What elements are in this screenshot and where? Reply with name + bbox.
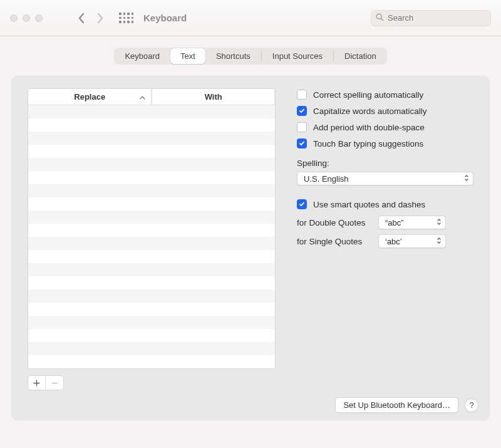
table-row[interactable] <box>28 145 275 158</box>
checkbox[interactable] <box>297 138 307 148</box>
table-row[interactable] <box>28 184 275 197</box>
spelling-value: U.S. English <box>304 174 349 184</box>
tab-keyboard[interactable]: Keyboard <box>115 48 170 64</box>
select-arrow-icon <box>436 218 442 227</box>
spelling-select[interactable]: U.S. English <box>297 172 473 185</box>
table-row[interactable] <box>28 355 275 368</box>
nav-arrows <box>78 13 104 24</box>
toolbar: Keyboard <box>0 0 501 36</box>
column-header-with-label: With <box>205 92 222 102</box>
column-header-with[interactable]: With <box>152 89 276 105</box>
panel-footer: Set Up Bluetooth Keyboard… ? <box>28 391 478 413</box>
tab-bar: Keyboard Text Shortcuts Input Sources Di… <box>11 48 490 65</box>
checkbox[interactable] <box>297 199 307 209</box>
tab-dictation[interactable]: Dictation <box>334 48 386 64</box>
table-row[interactable] <box>28 105 275 118</box>
table-row[interactable] <box>28 342 275 355</box>
zoom-window-button[interactable] <box>35 14 43 22</box>
show-all-icon[interactable] <box>119 13 133 23</box>
single-quotes-select[interactable]: ‘abc’ <box>378 234 446 248</box>
option-label: Add period with double-space <box>313 123 425 132</box>
add-remove-control <box>28 375 64 390</box>
search-input[interactable] <box>386 13 486 23</box>
check-icon <box>299 140 305 147</box>
option-label: Capitalize words automatically <box>313 107 427 116</box>
search-icon <box>376 13 386 23</box>
option-capitalize[interactable]: Capitalize words automatically <box>297 106 478 116</box>
option-smart-quotes[interactable]: Use smart quotes and dashes <box>297 199 478 209</box>
table-body[interactable] <box>28 105 275 368</box>
tab-shortcuts[interactable]: Shortcuts <box>206 48 261 64</box>
double-quotes-select[interactable]: “abc” <box>378 216 446 229</box>
select-arrow-icon <box>464 174 469 184</box>
window-controls <box>10 14 43 22</box>
table-row[interactable] <box>28 316 275 329</box>
tab-input-sources[interactable]: Input Sources <box>262 48 333 64</box>
table-row[interactable] <box>28 263 275 276</box>
table-row[interactable] <box>28 250 275 263</box>
add-button[interactable] <box>28 376 46 390</box>
option-label: Touch Bar typing suggestions <box>313 139 423 148</box>
preferences-panel: Replace With <box>11 76 490 420</box>
svg-line-1 <box>381 18 383 20</box>
table-row[interactable] <box>28 329 275 342</box>
table-row[interactable] <box>28 237 275 250</box>
double-quotes-label: for Double Quotes <box>297 218 378 227</box>
bluetooth-keyboard-button[interactable]: Set Up Bluetooth Keyboard… <box>335 397 458 413</box>
help-button[interactable]: ? <box>465 399 478 412</box>
check-icon <box>299 201 305 207</box>
remove-button[interactable] <box>46 376 63 390</box>
double-quotes-value: “abc” <box>385 218 404 227</box>
column-header-replace[interactable]: Replace <box>28 89 152 105</box>
table-row[interactable] <box>28 197 275 211</box>
tab-text[interactable]: Text <box>170 48 205 64</box>
close-window-button[interactable] <box>10 14 18 22</box>
table-row[interactable] <box>28 289 275 303</box>
single-quotes-row: for Single Quotes ‘abc’ <box>297 234 478 248</box>
table-row[interactable] <box>28 303 275 316</box>
table-row[interactable] <box>28 118 275 132</box>
checkbox[interactable] <box>297 90 307 100</box>
double-quotes-row: for Double Quotes “abc” <box>297 216 478 229</box>
checkbox[interactable] <box>297 122 307 132</box>
window-title: Keyboard <box>143 13 187 23</box>
table-row[interactable] <box>28 171 275 184</box>
single-quotes-label: for Single Quotes <box>297 237 378 246</box>
select-arrow-icon <box>436 237 442 246</box>
column-header-replace-label: Replace <box>74 92 105 102</box>
search-field[interactable] <box>371 10 491 26</box>
back-icon[interactable] <box>78 13 85 24</box>
minimize-window-button[interactable] <box>23 14 30 22</box>
forward-icon[interactable] <box>97 13 104 24</box>
minus-icon <box>51 380 58 387</box>
option-label: Use smart quotes and dashes <box>313 200 425 209</box>
text-replacement-table[interactable]: Replace With <box>28 88 276 369</box>
table-row[interactable] <box>28 224 275 237</box>
option-period-double-space[interactable]: Add period with double-space <box>297 122 478 132</box>
table-row[interactable] <box>28 158 275 171</box>
plus-icon <box>33 380 40 387</box>
option-touch-bar[interactable]: Touch Bar typing suggestions <box>297 138 478 148</box>
check-icon <box>299 108 305 114</box>
table-row[interactable] <box>28 276 275 289</box>
single-quotes-value: ‘abc’ <box>385 237 402 246</box>
checkbox[interactable] <box>297 106 307 116</box>
table-row[interactable] <box>28 211 275 224</box>
option-label: Correct spelling automatically <box>313 90 423 100</box>
option-correct-spelling[interactable]: Correct spelling automatically <box>297 90 478 100</box>
spelling-label: Spelling: <box>297 159 478 168</box>
table-row[interactable] <box>28 132 275 145</box>
